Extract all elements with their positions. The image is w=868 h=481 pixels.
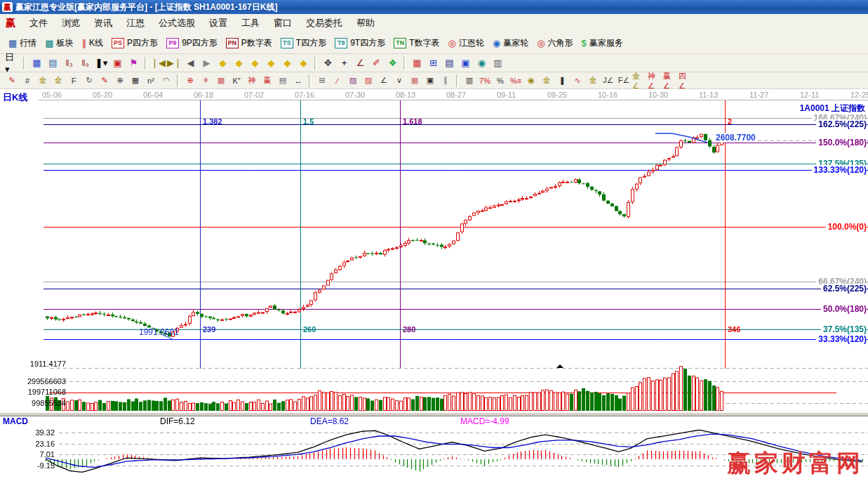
shen-grid-icon[interactable]: 神 — [245, 74, 259, 86]
candle-style-dropdown[interactable]: ❚▾ — [94, 56, 109, 70]
menu-item-gann[interactable]: 江恩 — [119, 15, 152, 32]
red-web2-icon[interactable]: ▨ — [361, 74, 375, 86]
pen-knife-icon[interactable]: ✎ — [5, 74, 19, 86]
volume-scale-label-3: 99855534 — [1, 399, 66, 407]
wave-box-icon[interactable]: ∿ — [570, 74, 585, 86]
pan-hand-icon[interactable]: ✥ — [321, 56, 335, 70]
gold-line-icon[interactable]: 金 — [540, 74, 554, 86]
v-lines-icon[interactable]: ∨ — [392, 74, 406, 86]
angle-lines-icon[interactable]: ∠ — [377, 74, 391, 86]
gann-box-icon[interactable]: ▣ — [110, 56, 125, 70]
gann-diamond-all-icon[interactable]: ◆ — [296, 56, 311, 70]
menu-item-file[interactable]: 文件 — [22, 15, 55, 32]
menu-item-formula-pick[interactable]: 公式选股 — [152, 15, 202, 32]
menu-items: 文件浏览资讯江恩公式选股设置工具窗口交易委托帮助 — [22, 15, 382, 32]
next-icon[interactable]: ▶ — [199, 56, 214, 70]
prev-icon[interactable]: ◀ — [183, 56, 198, 70]
menu-item-browse[interactable]: 浏览 — [55, 15, 87, 32]
last-page-icon[interactable]: ▶❘ — [167, 56, 182, 70]
first-page-icon[interactable]: ❘◀ — [151, 56, 166, 70]
gold-line2-icon[interactable]: 金 — [586, 74, 600, 86]
kline-button[interactable]: ∥K线 — [78, 36, 108, 51]
t-table-button[interactable]: TNT数字表 — [389, 36, 443, 51]
9p-square-button[interactable]: P99P四方形 — [162, 36, 222, 51]
winner-wheel-button[interactable]: ◉赢家轮 — [488, 36, 533, 51]
region-tool-icon[interactable]: ❖ — [385, 56, 400, 70]
draw-tool-icon[interactable]: ✐ — [369, 56, 384, 70]
red-pen-icon[interactable]: ✎ — [98, 74, 112, 86]
crosshair-icon[interactable]: + — [337, 56, 352, 70]
gann-diamond-h-icon[interactable]: ◆ — [248, 56, 262, 70]
save-disk-icon[interactable]: ▣ — [458, 56, 473, 70]
bars-9-icon[interactable]: ‖₉ — [78, 56, 93, 70]
red-grid2-icon[interactable]: ▦ — [408, 74, 422, 86]
spider-web-icon[interactable]: ✳ — [199, 74, 213, 86]
p-table-button[interactable]: PNP数字表 — [222, 36, 276, 51]
square-web-icon[interactable]: ▩ — [214, 74, 228, 86]
ying-angle-icon[interactable]: 赢∠ — [663, 74, 677, 86]
ying-grid-icon[interactable]: 赢 — [260, 74, 274, 86]
purple-fan-icon[interactable]: ▨ — [346, 74, 360, 86]
t-square-button[interactable]: TST四方形 — [276, 36, 330, 51]
gold-angle-icon[interactable]: 金∠ — [632, 74, 646, 86]
menu-item-help[interactable]: 帮助 — [349, 15, 382, 32]
menu-item-window[interactable]: 窗口 — [267, 15, 299, 32]
grid-box-icon[interactable]: ▣ — [423, 74, 437, 86]
gann-diamond-compress-icon[interactable]: ◆ — [264, 56, 279, 70]
f-square-icon[interactable]: F — [67, 74, 81, 86]
9t-square-button[interactable]: T99T四方形 — [330, 36, 389, 51]
net-monitor-icon[interactable]: ◉ — [474, 56, 489, 70]
n2-icon[interactable]: n² — [144, 74, 158, 86]
menu-item-settings[interactable]: 设置 — [202, 15, 234, 32]
k-quote-icon[interactable]: K″ — [229, 74, 243, 86]
formula-window-icon[interactable]: ▦ — [29, 56, 44, 70]
info-note-icon[interactable]: ▤ — [46, 56, 60, 70]
menu-item-trade[interactable]: 交易委托 — [299, 15, 349, 32]
menu-item-tools[interactable]: 工具 — [234, 15, 267, 32]
quotes-button[interactable]: ▦行情 — [4, 36, 41, 51]
period-dropdown[interactable]: 日 ▾ — [5, 56, 20, 70]
hexagon-button[interactable]: ◎六角形 — [533, 36, 577, 51]
date-tick-label: 09-11 — [497, 91, 516, 99]
notebook-icon[interactable]: ▤ — [442, 56, 457, 70]
remote-pc-icon[interactable]: ▥ — [490, 56, 505, 70]
j-angle-icon[interactable]: J∠ — [601, 74, 615, 86]
ruler-grid-icon[interactable]: ▤ — [276, 74, 290, 86]
calendar-icon[interactable]: ▦ — [410, 56, 425, 70]
hatch-icon[interactable]: ∥ — [439, 74, 453, 86]
spiral-icon[interactable]: ↻ — [82, 74, 96, 86]
kline-chart-canvas[interactable] — [0, 89, 868, 481]
percent-lines-icon[interactable]: %≡ — [509, 74, 523, 86]
circle-degree-icon[interactable]: ⊕ — [113, 74, 127, 86]
sectors-button[interactable]: ▩板块 — [41, 36, 77, 51]
gann-ratio-label: 1.618 — [403, 117, 422, 126]
dense-grid-icon[interactable]: ▦ — [128, 74, 142, 86]
percent7-icon[interactable]: 7% — [478, 74, 492, 86]
gann-diamond-left-icon[interactable]: ◆ — [215, 56, 230, 70]
red-fan-icon[interactable]: ∕ — [330, 74, 345, 86]
target-circle-icon[interactable]: ⊕ — [183, 74, 197, 86]
angle-arc-icon[interactable]: ◠ — [159, 74, 173, 86]
gold-circle-icon[interactable]: ◉ — [524, 74, 538, 86]
f-angle-icon[interactable]: F∠ — [617, 74, 631, 86]
window-split-icon[interactable]: ⊞ — [315, 74, 329, 86]
color-flag-icon[interactable]: ⚑ — [126, 56, 141, 70]
candle-brush-icon[interactable]: ❚ — [555, 74, 569, 86]
calculator-icon[interactable]: ⊞ — [426, 56, 441, 70]
grid-lines-icon[interactable]: # — [20, 74, 34, 86]
gold-square-icon[interactable]: 金 — [36, 74, 50, 86]
shen-angle-icon[interactable]: 神∠ — [648, 74, 662, 86]
column-stats-icon[interactable]: ▥ — [462, 74, 476, 86]
percent-icon[interactable]: % — [493, 74, 507, 86]
menu-item-news[interactable]: 资讯 — [87, 15, 119, 32]
gann-diamond-v-icon[interactable]: ◆ — [280, 56, 295, 70]
angle-measure-icon[interactable]: ∠ — [353, 56, 368, 70]
p-square-button[interactable]: PSP四方形 — [107, 36, 162, 51]
gold-square2-icon[interactable]: 金 — [51, 74, 65, 86]
width-measure-icon[interactable]: ↔ — [291, 74, 305, 86]
si-angle-icon[interactable]: 四∠ — [679, 74, 693, 86]
bars-3-icon[interactable]: ‖₃ — [62, 56, 76, 70]
winner-service-button[interactable]: $赢家服务 — [577, 36, 627, 51]
gann-diamond-right-icon[interactable]: ◆ — [232, 56, 246, 70]
gann-wheel-button[interactable]: ◎江恩轮 — [444, 36, 488, 51]
